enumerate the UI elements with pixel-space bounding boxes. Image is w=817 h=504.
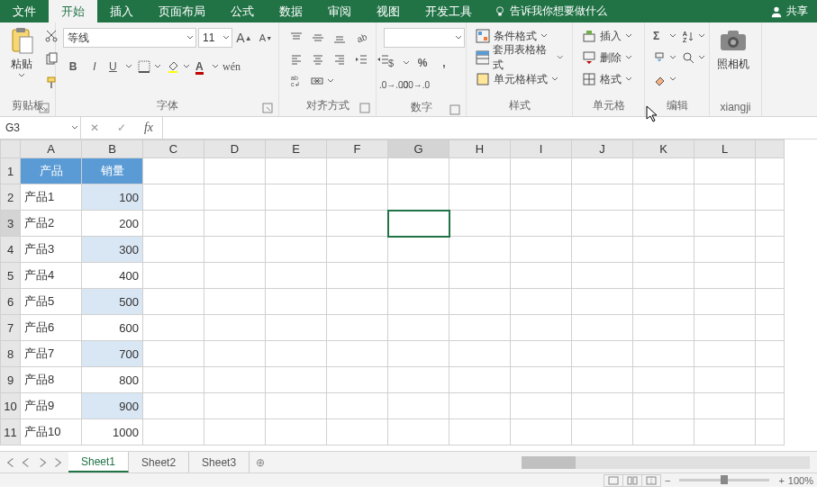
find-button[interactable]	[679, 48, 706, 68]
cell-K9[interactable]	[633, 367, 694, 393]
nav-first-icon[interactable]	[4, 456, 16, 469]
cell-I4[interactable]	[511, 237, 572, 263]
cell-B4[interactable]: 300	[82, 237, 143, 263]
cell-A10[interactable]: 产品9	[21, 393, 82, 419]
cell-K4[interactable]	[633, 237, 694, 263]
cell-H8[interactable]	[449, 341, 511, 367]
cell-L2[interactable]	[694, 184, 756, 211]
tab-view[interactable]: 视图	[364, 0, 413, 22]
font-name-select[interactable]: 等线	[63, 28, 196, 48]
cell-G2[interactable]	[388, 184, 449, 211]
cell-D11[interactable]	[204, 419, 266, 446]
nav-prev-icon[interactable]	[20, 456, 32, 469]
share-button[interactable]: 共享	[761, 0, 817, 22]
cell-J9[interactable]	[572, 367, 633, 393]
view-page-break-button[interactable]	[641, 474, 661, 487]
cell-J11[interactable]	[572, 419, 633, 446]
cell-A4[interactable]: 产品3	[21, 237, 82, 263]
cell-B5[interactable]: 400	[82, 263, 143, 289]
cell-H3[interactable]	[449, 211, 511, 237]
dialog-launcher-icon[interactable]	[39, 103, 50, 113]
tab-insert[interactable]: 插入	[97, 0, 146, 22]
tab-file[interactable]: 文件	[0, 0, 49, 22]
tell-me[interactable]: 告诉我你想要做什么	[485, 0, 616, 22]
cell-F3[interactable]	[327, 211, 388, 237]
cell-I8[interactable]	[511, 341, 572, 367]
cell-B11[interactable]: 1000	[82, 419, 143, 446]
cell-G10[interactable]	[388, 393, 449, 419]
cell-H6[interactable]	[449, 289, 511, 315]
cell-style-button[interactable]: 单元格样式	[472, 69, 562, 89]
horizontal-scrollbar[interactable]	[522, 456, 810, 469]
cell-C2[interactable]	[143, 184, 204, 211]
tab-page-layout[interactable]: 页面布局	[146, 0, 218, 22]
cell-E3[interactable]	[266, 211, 327, 237]
cell-J10[interactable]	[572, 393, 633, 419]
cell-D7[interactable]	[204, 315, 266, 341]
cell-L3[interactable]	[694, 211, 756, 237]
cell-L10[interactable]	[694, 393, 756, 419]
cell-A5[interactable]: 产品4	[21, 263, 82, 289]
formula-input[interactable]	[163, 117, 817, 139]
cell-J3[interactable]	[572, 211, 633, 237]
camera-button[interactable]: 照相机	[713, 24, 753, 74]
cell-F2[interactable]	[327, 184, 388, 211]
cell-F8[interactable]	[327, 341, 388, 367]
col-header-A[interactable]: A	[21, 140, 82, 158]
col-header-L[interactable]: L	[694, 140, 756, 158]
cell-B2[interactable]: 100	[82, 184, 143, 211]
tab-home[interactable]: 开始	[49, 0, 97, 22]
fill-button[interactable]	[650, 48, 677, 68]
cell-D4[interactable]	[204, 237, 266, 263]
cell-E2[interactable]	[266, 184, 327, 211]
view-page-layout-button[interactable]	[622, 474, 642, 487]
cell-I5[interactable]	[511, 263, 572, 289]
align-top-button[interactable]	[286, 28, 306, 48]
name-box[interactable]: G3	[0, 117, 81, 139]
align-left-button[interactable]	[286, 50, 306, 69]
cell-D8[interactable]	[204, 341, 266, 367]
dialog-launcher-icon[interactable]	[449, 104, 460, 115]
view-normal-button[interactable]	[604, 474, 623, 487]
cell-H11[interactable]	[449, 419, 511, 446]
cell-C7[interactable]	[143, 315, 204, 341]
cell-H7[interactable]	[449, 315, 511, 341]
col-header-B[interactable]: B	[82, 140, 143, 158]
fill-color-button[interactable]	[164, 57, 191, 76]
paste-button[interactable]: 粘贴	[4, 24, 40, 81]
col-header-I[interactable]: I	[511, 140, 572, 158]
cell-F5[interactable]	[327, 263, 388, 289]
col-header-K[interactable]: K	[633, 140, 694, 158]
cell-H5[interactable]	[449, 263, 511, 289]
cell-J1[interactable]	[572, 158, 633, 184]
pinyin-button[interactable]: wén	[222, 57, 241, 76]
cell-C3[interactable]	[143, 211, 204, 237]
cell-E1[interactable]	[266, 158, 327, 184]
cell-I9[interactable]	[511, 367, 572, 393]
cell-K8[interactable]	[633, 341, 694, 367]
cell-B7[interactable]: 600	[82, 315, 143, 341]
cell-K2[interactable]	[633, 184, 694, 211]
cell-C4[interactable]	[143, 237, 204, 263]
delete-cells-button[interactable]: 删除	[578, 48, 636, 68]
cell-C10[interactable]	[143, 393, 204, 419]
cell-E8[interactable]	[266, 341, 327, 367]
cell-C8[interactable]	[143, 341, 204, 367]
cell-F4[interactable]	[327, 237, 388, 263]
nav-next-icon[interactable]	[36, 456, 49, 469]
cell-D1[interactable]	[204, 158, 266, 184]
cell-K11[interactable]	[633, 419, 694, 446]
cell-A1[interactable]: 产品	[21, 158, 82, 184]
number-format-select[interactable]	[384, 28, 465, 48]
cell-J5[interactable]	[572, 263, 633, 289]
wrap-text-button[interactable]: abc↲	[286, 71, 306, 91]
cell-E9[interactable]	[266, 367, 327, 393]
decrease-font-button[interactable]: A▼	[256, 28, 276, 48]
cell-G11[interactable]	[388, 419, 449, 446]
cell-I11[interactable]	[511, 419, 572, 446]
cell-G5[interactable]	[388, 263, 449, 289]
cell-L6[interactable]	[694, 289, 756, 315]
table-format-button[interactable]: 套用表格格式	[472, 48, 567, 68]
add-sheet-button[interactable]: ⊕	[250, 452, 271, 472]
cell-J6[interactable]	[572, 289, 633, 315]
